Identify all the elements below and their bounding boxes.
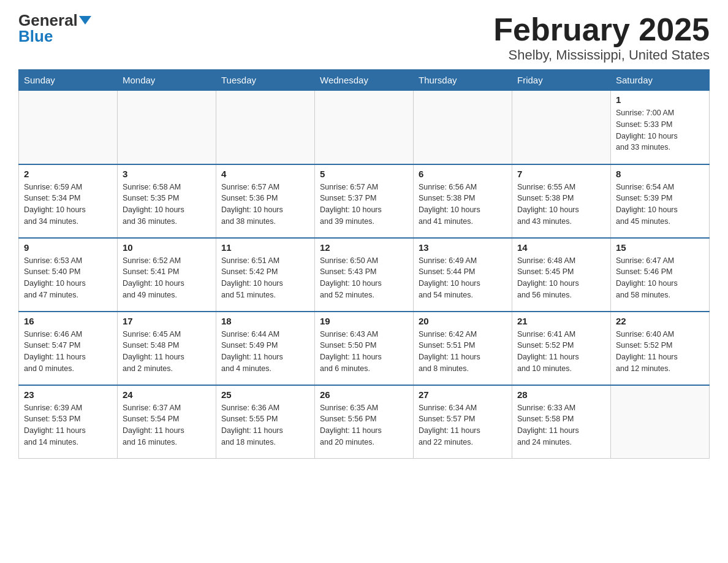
table-row: 1Sunrise: 7:00 AM Sunset: 5:33 PM Daylig…: [611, 91, 710, 164]
day-number: 11: [221, 242, 309, 253]
day-number: 7: [517, 169, 605, 179]
day-number: 16: [24, 316, 112, 326]
table-row: 3Sunrise: 6:58 AM Sunset: 5:35 PM Daylig…: [118, 164, 216, 238]
day-number: 5: [320, 169, 408, 179]
day-info: Sunrise: 6:54 AM Sunset: 5:39 PM Dayligh…: [616, 182, 704, 228]
table-row: 4Sunrise: 6:57 AM Sunset: 5:36 PM Daylig…: [216, 164, 315, 238]
table-row: 14Sunrise: 6:48 AM Sunset: 5:45 PM Dayli…: [512, 238, 611, 312]
col-friday: Friday: [512, 70, 611, 91]
table-row: 18Sunrise: 6:44 AM Sunset: 5:49 PM Dayli…: [216, 312, 315, 385]
day-number: 27: [419, 389, 507, 400]
day-number: 1: [616, 94, 704, 105]
day-info: Sunrise: 6:49 AM Sunset: 5:44 PM Dayligh…: [419, 255, 507, 301]
day-number: 28: [517, 389, 605, 400]
day-number: 20: [419, 316, 507, 326]
day-info: Sunrise: 6:58 AM Sunset: 5:35 PM Dayligh…: [123, 182, 211, 228]
day-number: 8: [616, 169, 704, 179]
day-info: Sunrise: 6:55 AM Sunset: 5:38 PM Dayligh…: [517, 182, 605, 228]
day-info: Sunrise: 6:45 AM Sunset: 5:48 PM Dayligh…: [123, 329, 211, 375]
table-row: 9Sunrise: 6:53 AM Sunset: 5:40 PM Daylig…: [19, 238, 118, 312]
table-row: [216, 91, 315, 164]
table-row: 12Sunrise: 6:50 AM Sunset: 5:43 PM Dayli…: [315, 238, 414, 312]
day-info: Sunrise: 6:42 AM Sunset: 5:51 PM Dayligh…: [419, 329, 507, 375]
table-row: 13Sunrise: 6:49 AM Sunset: 5:44 PM Dayli…: [414, 238, 512, 312]
table-row: [611, 385, 710, 459]
day-info: Sunrise: 6:37 AM Sunset: 5:54 PM Dayligh…: [123, 402, 211, 448]
day-info: Sunrise: 6:39 AM Sunset: 5:53 PM Dayligh…: [24, 402, 112, 448]
page-header: General Blue February 2025 Shelby, Missi…: [18, 12, 710, 63]
day-number: 19: [320, 316, 408, 326]
table-row: 16Sunrise: 6:46 AM Sunset: 5:47 PM Dayli…: [19, 312, 118, 385]
day-info: Sunrise: 6:43 AM Sunset: 5:50 PM Dayligh…: [320, 329, 408, 375]
table-row: 6Sunrise: 6:56 AM Sunset: 5:38 PM Daylig…: [414, 164, 512, 238]
day-info: Sunrise: 6:50 AM Sunset: 5:43 PM Dayligh…: [320, 255, 408, 301]
day-info: Sunrise: 6:59 AM Sunset: 5:34 PM Dayligh…: [24, 182, 112, 228]
table-row: [19, 91, 118, 164]
col-wednesday: Wednesday: [315, 70, 414, 91]
table-row: [512, 91, 611, 164]
day-number: 14: [517, 242, 605, 253]
day-info: Sunrise: 7:00 AM Sunset: 5:33 PM Dayligh…: [616, 107, 704, 153]
logo-blue: Blue: [18, 27, 53, 45]
day-number: 15: [616, 242, 704, 253]
table-row: 17Sunrise: 6:45 AM Sunset: 5:48 PM Dayli…: [118, 312, 216, 385]
calendar-week-row: 16Sunrise: 6:46 AM Sunset: 5:47 PM Dayli…: [19, 312, 710, 385]
day-info: Sunrise: 6:33 AM Sunset: 5:58 PM Dayligh…: [517, 402, 605, 448]
day-info: Sunrise: 6:44 AM Sunset: 5:49 PM Dayligh…: [221, 329, 309, 375]
table-row: 23Sunrise: 6:39 AM Sunset: 5:53 PM Dayli…: [19, 385, 118, 459]
table-row: 7Sunrise: 6:55 AM Sunset: 5:38 PM Daylig…: [512, 164, 611, 238]
logo: General Blue: [18, 12, 91, 44]
calendar-table: Sunday Monday Tuesday Wednesday Thursday…: [18, 69, 710, 459]
day-info: Sunrise: 6:52 AM Sunset: 5:41 PM Dayligh…: [123, 255, 211, 301]
col-monday: Monday: [118, 70, 216, 91]
day-info: Sunrise: 6:46 AM Sunset: 5:47 PM Dayligh…: [24, 329, 112, 375]
table-row: 5Sunrise: 6:57 AM Sunset: 5:37 PM Daylig…: [315, 164, 414, 238]
logo-triangle-icon: [79, 16, 91, 25]
table-row: 19Sunrise: 6:43 AM Sunset: 5:50 PM Dayli…: [315, 312, 414, 385]
day-info: Sunrise: 6:56 AM Sunset: 5:38 PM Dayligh…: [419, 182, 507, 228]
table-row: 22Sunrise: 6:40 AM Sunset: 5:52 PM Dayli…: [611, 312, 710, 385]
day-number: 24: [123, 389, 211, 400]
day-number: 13: [419, 242, 507, 253]
table-row: [315, 91, 414, 164]
day-number: 18: [221, 316, 309, 326]
logo-general: General: [18, 12, 78, 28]
table-row: 27Sunrise: 6:34 AM Sunset: 5:57 PM Dayli…: [414, 385, 512, 459]
day-info: Sunrise: 6:57 AM Sunset: 5:36 PM Dayligh…: [221, 182, 309, 228]
table-row: 8Sunrise: 6:54 AM Sunset: 5:39 PM Daylig…: [611, 164, 710, 238]
day-info: Sunrise: 6:41 AM Sunset: 5:52 PM Dayligh…: [517, 329, 605, 375]
table-row: 21Sunrise: 6:41 AM Sunset: 5:52 PM Dayli…: [512, 312, 611, 385]
day-info: Sunrise: 6:40 AM Sunset: 5:52 PM Dayligh…: [616, 329, 704, 375]
calendar-week-row: 1Sunrise: 7:00 AM Sunset: 5:33 PM Daylig…: [19, 91, 710, 164]
col-tuesday: Tuesday: [216, 70, 315, 91]
day-number: 6: [419, 169, 507, 179]
table-row: 20Sunrise: 6:42 AM Sunset: 5:51 PM Dayli…: [414, 312, 512, 385]
day-number: 22: [616, 316, 704, 326]
day-number: 10: [123, 242, 211, 253]
day-info: Sunrise: 6:35 AM Sunset: 5:56 PM Dayligh…: [320, 402, 408, 448]
day-number: 3: [123, 169, 211, 179]
day-number: 2: [24, 169, 112, 179]
day-number: 23: [24, 389, 112, 400]
table-row: [414, 91, 512, 164]
calendar-week-row: 23Sunrise: 6:39 AM Sunset: 5:53 PM Dayli…: [19, 385, 710, 459]
table-row: 2Sunrise: 6:59 AM Sunset: 5:34 PM Daylig…: [19, 164, 118, 238]
day-info: Sunrise: 6:36 AM Sunset: 5:55 PM Dayligh…: [221, 402, 309, 448]
day-number: 26: [320, 389, 408, 400]
table-row: 24Sunrise: 6:37 AM Sunset: 5:54 PM Dayli…: [118, 385, 216, 459]
col-saturday: Saturday: [611, 70, 710, 91]
day-number: 25: [221, 389, 309, 400]
day-number: 4: [221, 169, 309, 179]
day-number: 9: [24, 242, 112, 253]
calendar-header-row: Sunday Monday Tuesday Wednesday Thursday…: [19, 70, 710, 91]
table-row: 28Sunrise: 6:33 AM Sunset: 5:58 PM Dayli…: [512, 385, 611, 459]
table-row: 25Sunrise: 6:36 AM Sunset: 5:55 PM Dayli…: [216, 385, 315, 459]
table-row: 11Sunrise: 6:51 AM Sunset: 5:42 PM Dayli…: [216, 238, 315, 312]
page-subtitle: Shelby, Mississippi, United States: [493, 47, 710, 63]
calendar-week-row: 9Sunrise: 6:53 AM Sunset: 5:40 PM Daylig…: [19, 238, 710, 312]
day-info: Sunrise: 6:47 AM Sunset: 5:46 PM Dayligh…: [616, 255, 704, 301]
title-block: February 2025 Shelby, Mississippi, Unite…: [493, 12, 710, 63]
day-info: Sunrise: 6:57 AM Sunset: 5:37 PM Dayligh…: [320, 182, 408, 228]
table-row: 26Sunrise: 6:35 AM Sunset: 5:56 PM Dayli…: [315, 385, 414, 459]
calendar-week-row: 2Sunrise: 6:59 AM Sunset: 5:34 PM Daylig…: [19, 164, 710, 238]
